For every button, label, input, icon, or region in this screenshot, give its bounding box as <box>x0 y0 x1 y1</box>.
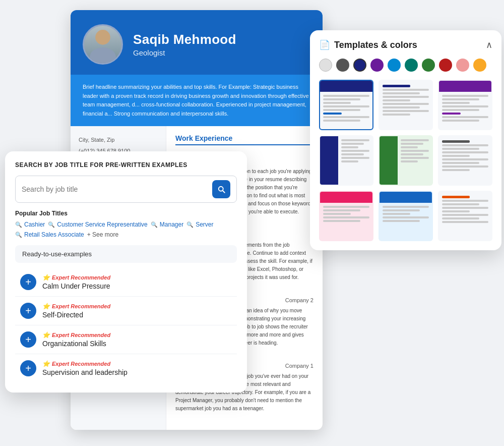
resume-name-block: Saqib Mehmood Geologist <box>133 32 236 57</box>
tag-server[interactable]: 🔍 Server <box>186 221 213 228</box>
swatch-yellow[interactable] <box>473 59 486 72</box>
skill-name-3: Organizational Skills <box>42 340 110 348</box>
collapse-button[interactable]: ∧ <box>486 39 492 50</box>
template-thumb-3[interactable] <box>438 80 492 130</box>
templates-icon: 📄 <box>319 39 330 50</box>
resume-name: Saqib Mehmood <box>133 32 236 47</box>
template-thumb-6[interactable] <box>438 135 492 186</box>
star-icon-4: ⭐ <box>42 360 50 367</box>
tag-retail-label: Retail Sales Associate <box>24 231 84 238</box>
swatch-navy[interactable] <box>353 59 366 72</box>
skills-list: + ⭐ Expert Recommended Calm Under Pressu… <box>15 268 237 382</box>
swatch-default[interactable] <box>319 59 332 72</box>
search-input-row <box>15 176 237 203</box>
skill-item-4[interactable]: + ⭐ Expert Recommended Supervision and l… <box>15 354 237 382</box>
tag-customer-service-label: Customer Service Representative <box>57 221 147 228</box>
tag-server-label: Server <box>196 221 213 228</box>
search-input[interactable] <box>22 185 212 193</box>
template-thumb-2[interactable] <box>379 80 433 130</box>
tag-manager-label: Manager <box>160 221 183 228</box>
resume-job-title: Geologist <box>133 48 236 57</box>
ready-box: Ready-to-use-examples <box>15 245 237 263</box>
add-skill-btn-4[interactable]: + <box>20 360 36 376</box>
tag-cashier[interactable]: 🔍 Cashier <box>15 221 45 228</box>
template-thumb-4[interactable] <box>319 135 373 186</box>
search-panel-title: SEARCH BY JOB TITLE FOR PRE-WRITTEN EXAM… <box>15 161 237 169</box>
template-grid <box>319 80 492 241</box>
tag-customer-service[interactable]: 🔍 Customer Service Representative <box>48 221 147 228</box>
swatch-green[interactable] <box>422 59 435 72</box>
work-section-title: Work Experience <box>175 134 313 145</box>
resume-summary: Brief headline summarizing your abilitie… <box>71 75 323 126</box>
search-tag-icon: 🔍 <box>15 221 22 228</box>
swatch-salmon[interactable] <box>456 59 469 72</box>
avatar <box>83 24 123 65</box>
skill-content-2: ⭐ Expert Recommended Self-Directed <box>42 303 110 319</box>
search-tag-icon-3: 🔍 <box>151 221 158 228</box>
swatch-purple[interactable] <box>370 59 384 72</box>
skill-badge-label-1: Expert Recommended <box>52 274 110 281</box>
star-icon-1: ⭐ <box>42 274 50 281</box>
swatch-dark-red[interactable] <box>439 59 452 72</box>
template-thumb-1[interactable] <box>319 80 373 130</box>
star-icon-2: ⭐ <box>42 303 50 310</box>
add-skill-btn-1[interactable]: + <box>20 274 36 290</box>
skill-item-3[interactable]: + ⭐ Expert Recommended Organizational Sk… <box>15 325 237 354</box>
work-company-3: Company 2 <box>285 297 313 305</box>
search-panel: SEARCH BY JOB TITLE FOR PRE-WRITTEN EXAM… <box>5 151 247 393</box>
search-tag-icon-2: 🔍 <box>48 221 55 228</box>
svg-point-1 <box>90 47 116 63</box>
star-icon-3: ⭐ <box>42 331 50 339</box>
skill-content-4: ⭐ Expert Recommended Supervision and lea… <box>42 360 128 376</box>
swatch-teal[interactable] <box>405 59 418 72</box>
template-thumb-7[interactable] <box>319 191 373 241</box>
templates-header: 📄 Templates & colors ∧ <box>319 39 492 50</box>
search-tag-icon-4: 🔍 <box>186 221 194 228</box>
popular-title: Popular Job Titles <box>15 210 237 217</box>
skill-badge-3: ⭐ Expert Recommended <box>42 331 110 339</box>
templates-panel: 📄 Templates & colors ∧ <box>310 30 501 250</box>
skill-item-1[interactable]: + ⭐ Expert Recommended Calm Under Pressu… <box>15 268 237 297</box>
skill-badge-label-4: Expert Recommended <box>52 361 110 367</box>
skill-item-2[interactable]: + ⭐ Expert Recommended Self-Directed <box>15 297 237 325</box>
skill-content-1: ⭐ Expert Recommended Calm Under Pressure <box>42 274 110 290</box>
skill-badge-label-2: Expert Recommended <box>52 303 110 309</box>
swatch-blue[interactable] <box>388 59 401 72</box>
skill-content-3: ⭐ Expert Recommended Organizational Skil… <box>42 331 110 348</box>
add-skill-btn-3[interactable]: + <box>20 331 36 348</box>
skill-name-4: Supervision and leadership <box>42 368 128 376</box>
tag-cashier-label: Cashier <box>24 221 45 228</box>
template-thumb-8[interactable] <box>379 191 433 241</box>
skill-badge-4: ⭐ Expert Recommended <box>42 360 128 367</box>
swatch-gray[interactable] <box>336 59 349 72</box>
templates-title-row: 📄 Templates & colors <box>319 39 417 50</box>
templates-title: Templates & colors <box>334 40 417 50</box>
skill-name-1: Calm Under Pressure <box>42 282 110 290</box>
popular-tags: 🔍 Cashier 🔍 Customer Service Representat… <box>15 221 237 238</box>
work-company-4: Company 1 <box>285 363 313 370</box>
search-icon <box>217 185 226 194</box>
contact-location: City, State, Zip <box>79 134 158 145</box>
see-more-link[interactable]: + See more <box>87 231 118 238</box>
color-swatches <box>319 59 492 72</box>
resume-header: Saqib Mehmood Geologist <box>71 10 323 75</box>
search-tag-icon-5: 🔍 <box>15 232 22 238</box>
skill-badge-label-3: Expert Recommended <box>52 332 110 338</box>
tag-manager[interactable]: 🔍 Manager <box>151 221 183 228</box>
template-thumb-9[interactable] <box>438 191 492 241</box>
skill-name-2: Self-Directed <box>42 311 110 319</box>
template-thumb-5[interactable] <box>379 135 433 186</box>
skill-badge-2: ⭐ Expert Recommended <box>42 303 110 310</box>
skill-badge-1: ⭐ Expert Recommended <box>42 274 110 281</box>
tag-retail[interactable]: 🔍 Retail Sales Associate <box>15 231 84 238</box>
search-button[interactable] <box>212 180 230 198</box>
svg-point-0 <box>95 30 110 45</box>
add-skill-btn-2[interactable]: + <box>20 303 36 319</box>
